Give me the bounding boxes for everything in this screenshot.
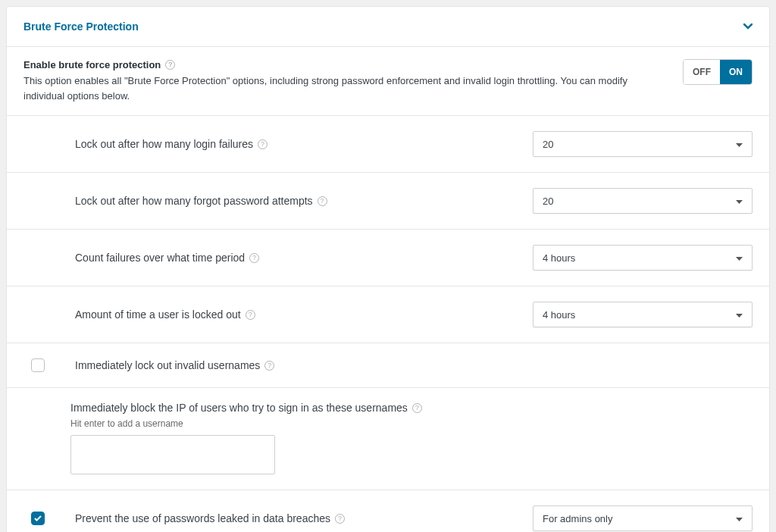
forgot-password-select[interactable]: 20 [533,188,753,214]
login-failures-label: Lock out after how many login failures [75,138,253,150]
leaked-passwords-select[interactable]: For admins only [533,505,753,531]
usernames-input[interactable] [70,435,275,474]
help-icon[interactable]: ? [258,139,268,149]
leaked-passwords-checkbox[interactable] [31,512,45,525]
panel-title: Brute Force Protection [23,20,139,33]
select-value: 20 [543,139,553,150]
login-failures-select[interactable]: 20 [533,131,753,157]
chevron-down-icon [736,252,743,264]
select-value: 4 hours [543,309,575,321]
enable-toggle[interactable]: OFF ON [683,59,753,85]
select-value: 4 hours [543,252,575,264]
leaked-passwords-label: Prevent the use of passwords leaked in d… [75,512,330,524]
block-ip-row: Immediately block the IP of users who tr… [7,388,769,490]
lockout-duration-row: Amount of time a user is locked out ? 4 … [7,286,769,343]
enable-row: Enable brute force protection ? This opt… [7,47,769,116]
collapse-icon[interactable] [743,23,753,30]
enable-label: Enable brute force protection [23,59,161,70]
toggle-off[interactable]: OFF [684,60,720,84]
enable-desc: This option enables all "Brute Force Pro… [23,74,668,103]
count-period-row: Count failures over what time period ? 4… [7,230,769,286]
help-icon[interactable]: ? [264,361,274,371]
leaked-passwords-row: Prevent the use of passwords leaked in d… [7,490,769,532]
help-icon[interactable]: ? [249,253,259,263]
help-icon[interactable]: ? [246,310,255,320]
help-icon[interactable]: ? [335,514,345,524]
chevron-down-icon [736,139,743,150]
block-ip-hint: Hit enter to add a username [70,418,753,429]
count-period-label: Count failures over what time period [75,252,245,264]
lockout-duration-select[interactable]: 4 hours [533,302,753,327]
help-icon[interactable]: ? [165,60,175,70]
toggle-on[interactable]: ON [720,60,752,84]
block-ip-label: Immediately block the IP of users who tr… [70,402,408,414]
login-failures-row: Lock out after how many login failures ?… [7,116,769,173]
brute-force-panel: Brute Force Protection Enable brute forc… [6,6,770,532]
invalid-usernames-label: Immediately lock out invalid usernames [75,359,260,371]
forgot-password-row: Lock out after how many forgot password … [7,173,769,230]
help-icon[interactable]: ? [412,403,422,413]
count-period-select[interactable]: 4 hours [533,245,753,271]
help-icon[interactable]: ? [318,196,327,206]
chevron-down-icon [736,196,743,207]
select-value: 20 [543,196,553,207]
chevron-down-icon [736,309,743,321]
forgot-password-label: Lock out after how many forgot password … [75,195,313,207]
invalid-usernames-row: Immediately lock out invalid usernames ? [7,343,769,388]
chevron-down-icon [736,513,743,524]
panel-header: Brute Force Protection [7,7,769,47]
select-value: For admins only [543,513,612,524]
lockout-duration-label: Amount of time a user is locked out [75,308,241,321]
invalid-usernames-checkbox[interactable] [31,358,45,372]
